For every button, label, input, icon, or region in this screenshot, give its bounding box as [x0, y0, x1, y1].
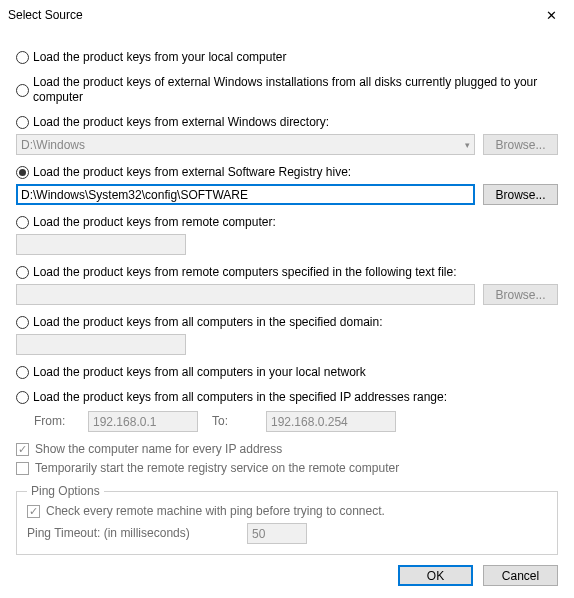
option-windows-dir-row[interactable]: Load the product keys from external Wind… — [16, 115, 558, 130]
radio-icon — [16, 84, 29, 97]
domain-input[interactable] — [16, 334, 186, 355]
show-computer-name-label: Show the computer name for every IP addr… — [35, 442, 282, 457]
option-remote-textfile-row[interactable]: Load the product keys from remote comput… — [16, 265, 558, 280]
radio-icon — [16, 116, 29, 129]
cancel-button[interactable]: Cancel — [483, 565, 558, 586]
ping-timeout-row: Ping Timeout: (in milliseconds) — [27, 523, 547, 544]
option-remote-textfile-label: Load the product keys from remote comput… — [33, 265, 457, 280]
option-external-all-disks-label: Load the product keys of external Window… — [33, 75, 558, 105]
windows-dir-input-line: D:\Windows ▾ Browse... — [16, 134, 558, 155]
option-software-hive-label: Load the product keys from external Soft… — [33, 165, 351, 180]
option-remote-computer-label: Load the product keys from remote comput… — [33, 215, 276, 230]
ok-button[interactable]: OK — [398, 565, 473, 586]
windows-dir-value: D:\Windows — [21, 138, 85, 152]
browse-windows-dir-button[interactable]: Browse... — [483, 134, 558, 155]
option-local-network-label: Load the product keys from all computers… — [33, 365, 366, 380]
domain-input-line — [16, 334, 558, 355]
window-title: Select Source — [8, 8, 83, 22]
ping-timeout-input[interactable] — [247, 523, 307, 544]
remote-textfile-input-line: Browse... — [16, 284, 558, 305]
browse-software-hive-button[interactable]: Browse... — [483, 184, 558, 205]
option-domain-row[interactable]: Load the product keys from all computers… — [16, 315, 558, 330]
ip-from-label: From: — [34, 414, 74, 429]
ping-check-row[interactable]: Check every remote machine with ping bef… — [27, 504, 547, 519]
option-remote-computer-row[interactable]: Load the product keys from remote comput… — [16, 215, 558, 230]
titlebar: Select Source ✕ — [0, 0, 574, 30]
radio-icon — [16, 51, 29, 64]
radio-icon — [16, 366, 29, 379]
show-computer-name-row[interactable]: Show the computer name for every IP addr… — [16, 442, 558, 457]
browse-textfile-button[interactable]: Browse... — [483, 284, 558, 305]
ip-from-input[interactable] — [88, 411, 198, 432]
option-external-all-disks-row[interactable]: Load the product keys of external Window… — [16, 75, 558, 105]
windows-dir-combo[interactable]: D:\Windows ▾ — [16, 134, 475, 155]
remote-computer-input[interactable] — [16, 234, 186, 255]
ping-timeout-label: Ping Timeout: (in milliseconds) — [27, 526, 237, 541]
option-windows-dir-label: Load the product keys from external Wind… — [33, 115, 329, 130]
ip-range-inputs: From: To: — [34, 411, 558, 432]
option-ip-range-label: Load the product keys from all computers… — [33, 390, 447, 405]
radio-icon — [16, 391, 29, 404]
close-button[interactable]: ✕ — [529, 0, 574, 30]
software-hive-input-line: Browse... — [16, 184, 558, 205]
dialog-footer: OK Cancel — [398, 565, 558, 586]
option-software-hive-row[interactable]: Load the product keys from external Soft… — [16, 165, 558, 180]
option-local-row[interactable]: Load the product keys from your local co… — [16, 50, 558, 65]
ping-check-label: Check every remote machine with ping bef… — [46, 504, 385, 519]
ping-options-legend: Ping Options — [27, 484, 104, 498]
remote-computer-input-line — [16, 234, 558, 255]
option-local-network-row[interactable]: Load the product keys from all computers… — [16, 365, 558, 380]
software-hive-input[interactable] — [16, 184, 475, 205]
checkbox-icon — [16, 443, 29, 456]
option-ip-range-row[interactable]: Load the product keys from all computers… — [16, 390, 558, 405]
remote-textfile-input[interactable] — [16, 284, 475, 305]
checkbox-icon — [16, 462, 29, 475]
temp-remote-registry-row[interactable]: Temporarily start the remote registry se… — [16, 461, 558, 476]
option-local-label: Load the product keys from your local co… — [33, 50, 286, 65]
ip-to-input[interactable] — [266, 411, 396, 432]
radio-icon — [16, 216, 29, 229]
temp-remote-registry-label: Temporarily start the remote registry se… — [35, 461, 399, 476]
option-domain-label: Load the product keys from all computers… — [33, 315, 383, 330]
ping-options-group: Ping Options Check every remote machine … — [16, 484, 558, 555]
dialog-content: Load the product keys from your local co… — [0, 30, 574, 555]
ip-to-label: To: — [212, 414, 252, 429]
checkbox-icon — [27, 505, 40, 518]
radio-icon — [16, 166, 29, 179]
close-icon: ✕ — [546, 8, 557, 23]
chevron-down-icon: ▾ — [465, 140, 470, 150]
radio-icon — [16, 316, 29, 329]
radio-icon — [16, 266, 29, 279]
